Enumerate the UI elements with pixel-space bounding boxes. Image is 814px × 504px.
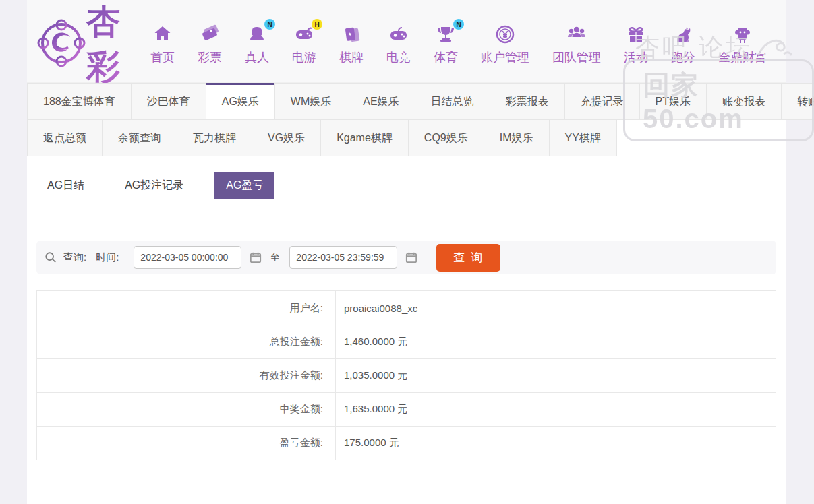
brand[interactable]: 杏彩 <box>36 0 121 90</box>
nav-item-团队管理[interactable]: 团队管理 <box>541 24 612 65</box>
trophy-icon: N <box>434 24 457 45</box>
nav-item-label: 账户管理 <box>481 49 529 65</box>
tab-CQ9娱乐[interactable]: CQ9娱乐 <box>408 119 484 156</box>
tab-WM娱乐[interactable]: WM娱乐 <box>274 83 347 120</box>
esports-gamepad-icon <box>387 24 410 45</box>
query-toolbar: 查询: 时间: 至 查 询 <box>36 241 776 274</box>
tab-AG娱乐[interactable]: AG娱乐 <box>206 83 275 120</box>
main-page: 杏彩 首页彩票N真人H电游棋牌电竞N体育账户管理团队管理活动跑分金鼎财富 188… <box>27 0 786 504</box>
brand-flower-icon <box>36 18 86 71</box>
nav-item-电竞[interactable]: 电竞 <box>375 24 422 65</box>
table-row: 中奖金额:1,635.0000 元 <box>37 392 776 426</box>
nav-item-金鼎财富[interactable]: 金鼎财富 <box>707 24 778 65</box>
ag-subtabs: AG日结AG投注记录AG盈亏 <box>38 172 776 199</box>
nav-item-体育[interactable]: N体育 <box>422 24 469 65</box>
content-area: AG日结AG投注记录AG盈亏 查询: 时间: 至 <box>27 172 786 460</box>
account-coin-icon <box>494 24 517 45</box>
row-label: 中奖金额: <box>37 393 335 426</box>
time-label: 时间: <box>96 251 119 264</box>
row-value: proaicai0088_xc <box>335 291 776 325</box>
nav-item-label: 棋牌 <box>339 49 364 65</box>
tab-充提记录[interactable]: 充提记录 <box>564 83 640 120</box>
nav-badge-N: N <box>453 19 464 30</box>
main-nav: 首页彩票N真人H电游棋牌电竞N体育账户管理团队管理活动跑分金鼎财富 <box>139 24 778 65</box>
home-icon <box>151 24 174 45</box>
row-value: 1,460.0000 元 <box>335 325 776 358</box>
row-label: 有效投注金额: <box>37 359 335 392</box>
tab-PT娱乐[interactable]: PT娱乐 <box>639 83 707 120</box>
table-row: 盈亏金额:175.0000 元 <box>37 426 776 460</box>
nav-item-label: 彩票 <box>198 49 222 65</box>
tab-VG娱乐[interactable]: VG娱乐 <box>252 119 321 156</box>
tab-188金宝博体育[interactable]: 188金宝博体育 <box>27 83 132 120</box>
nav-item-label: 团队管理 <box>552 49 601 65</box>
query-label: 查询: <box>63 251 86 264</box>
gamepad-icon: H <box>293 24 316 45</box>
subtab-AG盈亏[interactable]: AG盈亏 <box>214 172 274 199</box>
nav-item-label: 电竞 <box>386 49 411 65</box>
nav-item-label: 跑分 <box>671 49 695 65</box>
subtab-AG投注记录[interactable]: AG投注记录 <box>115 172 193 199</box>
report-tabs-row1: 188金宝博体育沙巴体育AG娱乐WM娱乐AE娱乐日结总览彩票报表充提记录PT娱乐… <box>27 83 786 120</box>
nav-item-电游[interactable]: H电游 <box>281 24 328 65</box>
tab-日结总览[interactable]: 日结总览 <box>415 83 490 120</box>
nav-item-label: 首页 <box>150 49 175 65</box>
nav-item-棋牌[interactable]: 棋牌 <box>328 24 375 65</box>
row-label: 用户名: <box>37 291 335 325</box>
row-value: 175.0000 元 <box>335 427 776 460</box>
paofen-horse-icon <box>672 24 695 45</box>
nav-item-label: 体育 <box>434 49 458 65</box>
brand-logo-text: 杏彩 <box>86 0 121 90</box>
row-value: 1,635.0000 元 <box>335 393 776 426</box>
nav-badge-N: N <box>264 19 275 30</box>
nav-item-真人[interactable]: N真人 <box>233 24 281 65</box>
table-row: 用户名:proaicai0088_xc <box>37 291 776 325</box>
report-tabs-row2: 返点总额余额查询瓦力棋牌VG娱乐Kgame棋牌CQ9娱乐IM娱乐YY棋牌 <box>27 120 786 156</box>
tab-IM娱乐[interactable]: IM娱乐 <box>484 119 550 156</box>
tab-彩票报表[interactable]: 彩票报表 <box>490 83 565 120</box>
wealth-ding-icon <box>731 24 754 45</box>
query-button[interactable]: 查 询 <box>436 244 500 272</box>
team-icon <box>565 24 588 45</box>
cards-icon <box>340 24 363 45</box>
tab-返点总额[interactable]: 返点总额 <box>27 119 103 156</box>
tab-余额查询[interactable]: 余额查询 <box>102 119 177 156</box>
start-time-input[interactable] <box>134 246 241 269</box>
gift-icon <box>624 24 647 45</box>
tab-沙巴体育[interactable]: 沙巴体育 <box>131 83 206 120</box>
tab-Kgame棋牌[interactable]: Kgame棋牌 <box>320 119 409 156</box>
calendar-icon[interactable] <box>405 251 417 263</box>
nav-item-首页[interactable]: 首页 <box>139 24 186 65</box>
live-person-icon: N <box>245 24 268 45</box>
top-header: 杏彩 首页彩票N真人H电游棋牌电竞N体育账户管理团队管理活动跑分金鼎财富 <box>27 0 786 83</box>
subtab-AG日结[interactable]: AG日结 <box>38 172 94 199</box>
search-icon <box>45 251 57 263</box>
calendar-icon[interactable] <box>250 251 262 263</box>
nav-item-跑分[interactable]: 跑分 <box>660 24 707 65</box>
table-row: 有效投注金额:1,035.0000 元 <box>37 358 776 392</box>
tab-转账报表[interactable]: 转账报表 <box>781 83 814 120</box>
end-time-input[interactable] <box>289 246 397 269</box>
nav-item-活动[interactable]: 活动 <box>612 24 660 65</box>
row-value: 1,035.0000 元 <box>335 359 776 392</box>
row-label: 总投注金额: <box>37 325 335 358</box>
profit-report-table: 用户名:proaicai0088_xc总投注金额:1,460.0000 元有效投… <box>36 290 776 460</box>
to-label: 至 <box>270 251 280 264</box>
tab-账变报表[interactable]: 账变报表 <box>706 83 782 120</box>
nav-item-账户管理[interactable]: 账户管理 <box>469 24 541 65</box>
lottery-ticket-icon <box>198 24 221 45</box>
nav-item-label: 活动 <box>624 49 648 65</box>
nav-badge-H: H <box>312 19 322 30</box>
nav-item-彩票[interactable]: 彩票 <box>186 24 233 65</box>
tab-瓦力棋牌[interactable]: 瓦力棋牌 <box>177 119 252 156</box>
nav-item-label: 金鼎财富 <box>718 49 767 65</box>
nav-item-label: 电游 <box>292 49 316 65</box>
tab-YY棋牌[interactable]: YY棋牌 <box>549 119 617 156</box>
nav-item-label: 真人 <box>245 49 269 65</box>
tab-AE娱乐[interactable]: AE娱乐 <box>347 83 415 120</box>
row-label: 盈亏金额: <box>37 427 335 460</box>
table-row: 总投注金额:1,460.0000 元 <box>37 325 776 358</box>
